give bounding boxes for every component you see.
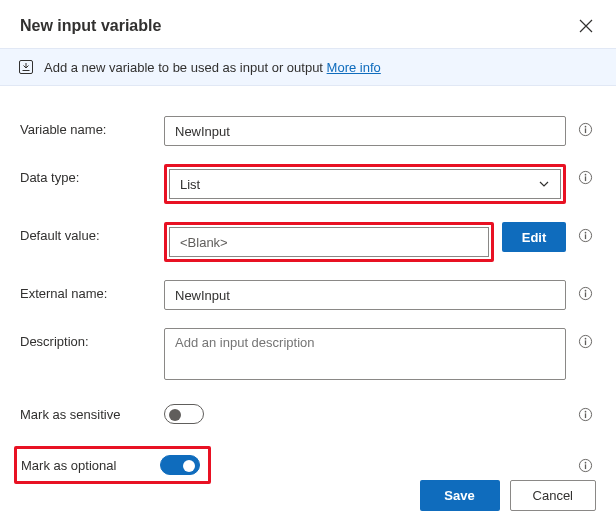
dialog-footer: Save Cancel — [0, 466, 616, 529]
row-data-type: Data type: List — [20, 164, 596, 204]
close-button[interactable] — [574, 14, 598, 38]
edit-default-value-button[interactable]: Edit — [502, 222, 566, 252]
dialog-title: New input variable — [20, 17, 161, 35]
svg-rect-3 — [584, 128, 585, 133]
highlight-default-value: <Blank> — [164, 222, 494, 262]
toggle-knob — [169, 409, 181, 421]
row-mark-sensitive: Mark as sensitive — [20, 404, 596, 424]
info-icon[interactable] — [578, 334, 593, 349]
default-value-display: <Blank> — [169, 227, 489, 257]
info-icon[interactable] — [578, 286, 593, 301]
row-variable-name: Variable name: — [20, 116, 596, 146]
close-icon — [579, 19, 593, 33]
highlight-data-type: List — [164, 164, 566, 204]
info-banner: Add a new variable to be used as input o… — [0, 48, 616, 86]
label-variable-name: Variable name: — [20, 116, 156, 137]
label-mark-sensitive: Mark as sensitive — [20, 407, 156, 422]
svg-point-17 — [584, 410, 586, 412]
info-icon[interactable] — [578, 228, 593, 243]
svg-point-11 — [584, 290, 586, 292]
variable-name-input[interactable] — [164, 116, 566, 146]
description-textarea[interactable] — [164, 328, 566, 380]
banner-text: Add a new variable to be used as input o… — [44, 60, 381, 75]
svg-rect-18 — [584, 413, 585, 418]
svg-point-5 — [584, 174, 586, 176]
form-area: Variable name: Data type: List — [0, 86, 616, 494]
label-data-type: Data type: — [20, 164, 156, 185]
cancel-button[interactable]: Cancel — [510, 480, 596, 511]
save-button[interactable]: Save — [420, 480, 500, 511]
external-name-input[interactable] — [164, 280, 566, 310]
svg-rect-12 — [584, 292, 585, 297]
label-description: Description: — [20, 328, 156, 349]
svg-point-2 — [584, 126, 586, 128]
mark-sensitive-toggle[interactable] — [164, 404, 204, 424]
data-type-dropdown[interactable]: List — [169, 169, 561, 199]
input-variable-icon — [18, 59, 34, 75]
row-external-name: External name: — [20, 280, 596, 310]
svg-point-14 — [584, 338, 586, 340]
row-description: Description: — [20, 328, 596, 380]
label-external-name: External name: — [20, 280, 156, 301]
info-icon[interactable] — [578, 122, 593, 137]
info-icon[interactable] — [578, 407, 593, 422]
row-default-value: Default value: <Blank> Edit — [20, 222, 596, 262]
svg-rect-15 — [584, 340, 585, 345]
svg-point-20 — [584, 461, 586, 463]
svg-rect-6 — [584, 176, 585, 181]
svg-rect-9 — [584, 234, 585, 239]
chevron-down-icon — [538, 178, 550, 190]
info-icon[interactable] — [578, 170, 593, 185]
dialog-titlebar: New input variable — [0, 0, 616, 48]
more-info-link[interactable]: More info — [327, 60, 381, 75]
label-default-value: Default value: — [20, 222, 156, 243]
new-input-variable-dialog: New input variable Add a new variable to… — [0, 0, 616, 529]
svg-point-8 — [584, 232, 586, 234]
